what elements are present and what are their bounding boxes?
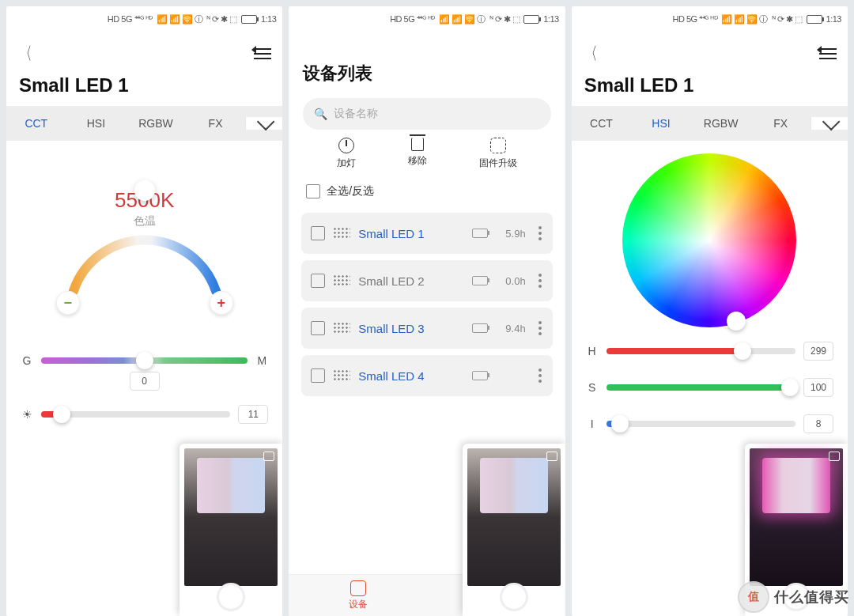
- tab-cct[interactable]: CCT: [6, 117, 66, 130]
- cct-arc-slider[interactable]: 5500K 色温 − +: [34, 188, 255, 331]
- gm-slider[interactable]: [41, 357, 248, 364]
- cct-minus-button[interactable]: −: [56, 291, 80, 315]
- brightness-slider[interactable]: [41, 411, 230, 418]
- bulb-icon: [338, 138, 354, 153]
- sat-knob[interactable]: [781, 379, 799, 396]
- sat-slider[interactable]: [606, 384, 795, 391]
- back-button[interactable]: 〈: [20, 42, 32, 66]
- add-light-button[interactable]: 加灯: [337, 138, 356, 170]
- camera-icon: [263, 452, 274, 461]
- nav-devices[interactable]: 设备: [289, 575, 427, 616]
- device-hours: 5.9h: [496, 228, 526, 240]
- camera-preview[interactable]: [463, 444, 565, 616]
- brightness-icon: ☀: [21, 408, 33, 421]
- device-name: Small LED 3: [358, 322, 463, 335]
- phone-cct: HD 5G ⁴⁴ᴳ ᴴᴰ 📶 📶 🛜 ⓘ ᴺ ⟳ ✱ ⬚ 1:13 〈 Smal…: [6, 6, 282, 616]
- tab-rgbw[interactable]: RGBW: [126, 117, 186, 130]
- gear-icon: [490, 138, 506, 153]
- shutter-button[interactable]: [500, 583, 528, 611]
- battery-icon: [472, 276, 488, 285]
- device-checkbox[interactable]: [311, 321, 325, 335]
- phone-hsi: HD 5G ⁴⁴ᴳ ᴴᴰ 📶 📶 🛜 ⓘ ᴺ ⟳ ✱ ⬚ 1:13 〈 Smal…: [572, 6, 848, 616]
- select-all-row[interactable]: 全选/反选: [289, 176, 565, 206]
- device-checkbox[interactable]: [311, 368, 325, 383]
- tab-cct[interactable]: CCT: [572, 117, 632, 130]
- color-wheel[interactable]: [622, 153, 796, 327]
- page-title: Small LED 1: [572, 71, 848, 106]
- search-placeholder: 设备名称: [334, 107, 378, 121]
- status-bar: HD 5G ⁴⁴ᴳ ᴴᴰ 📶 📶 🛜 ⓘ ᴺ ⟳ ✱ ⬚ 1:13: [6, 6, 282, 30]
- h-value: 299: [803, 342, 833, 361]
- tab-hsi[interactable]: HSI: [66, 117, 127, 130]
- i-label: I: [586, 418, 599, 430]
- watermark: 值 什么值得买: [738, 581, 849, 613]
- wheel-knob[interactable]: [727, 312, 746, 331]
- device-row[interactable]: Small LED 20.0h: [301, 260, 552, 301]
- search-input[interactable]: 🔍 设备名称: [303, 98, 550, 130]
- int-slider[interactable]: [606, 421, 795, 427]
- device-hours: 0.0h: [496, 275, 526, 287]
- led-grid-icon: [333, 227, 350, 240]
- hue-knob[interactable]: [734, 342, 751, 360]
- device-row[interactable]: Small LED 15.9h: [301, 213, 552, 254]
- watermark-badge: 值: [738, 581, 769, 613]
- gm-knob[interactable]: [136, 352, 153, 369]
- page-title: 设备列表: [289, 30, 565, 98]
- gm-value: 0: [130, 372, 160, 391]
- hue-slider[interactable]: [606, 348, 795, 354]
- preview-image: [750, 448, 843, 586]
- chevron-down-icon: [822, 113, 841, 131]
- status-network: HD 5G ⁴⁴ᴳ ᴴᴰ: [108, 14, 153, 25]
- trash-icon: [411, 138, 424, 151]
- remove-button[interactable]: 移除: [408, 138, 427, 170]
- preview-image: [184, 448, 278, 586]
- battery-icon: [807, 15, 822, 24]
- tab-fx[interactable]: FX: [750, 117, 811, 130]
- device-checkbox[interactable]: [311, 274, 325, 288]
- camera-icon: [829, 452, 840, 461]
- device-more-button[interactable]: [534, 274, 546, 288]
- int-knob[interactable]: [611, 415, 629, 433]
- device-more-button[interactable]: [534, 368, 546, 383]
- camera-preview[interactable]: [179, 444, 282, 616]
- device-more-button[interactable]: [534, 226, 546, 240]
- device-row[interactable]: Small LED 39.4h: [301, 308, 552, 349]
- chevron-down-icon: [257, 113, 275, 131]
- tab-rgbw[interactable]: RGBW: [691, 117, 751, 130]
- battery-icon: [523, 15, 539, 24]
- tab-more[interactable]: [245, 117, 282, 130]
- battery-icon: [472, 323, 488, 333]
- led-grid-icon: [333, 369, 350, 382]
- battery-icon: [472, 229, 488, 238]
- arc-gradient: [50, 188, 240, 307]
- cct-plus-button[interactable]: +: [210, 291, 233, 315]
- device-checkbox[interactable]: [311, 226, 325, 240]
- shutter-button[interactable]: [217, 583, 245, 611]
- brightness-value: 11: [238, 405, 268, 424]
- led-grid-icon: [333, 274, 350, 287]
- device-more-button[interactable]: [534, 321, 546, 335]
- phone-devices: HD 5G ⁴⁴ᴳ ᴴᴰ 📶 📶 🛜 ⓘ ᴺ ⟳ ✱ ⬚ 1:13 设备列表 🔍…: [289, 6, 565, 616]
- arc-knob[interactable]: [134, 180, 155, 201]
- device-row[interactable]: Small LED 4: [301, 355, 552, 396]
- status-time: 1:13: [261, 14, 276, 24]
- tab-hsi[interactable]: HSI: [631, 117, 691, 130]
- battery-icon: [472, 371, 488, 380]
- watermark-text: 什么值得买: [774, 588, 849, 607]
- tab-fx[interactable]: FX: [186, 117, 246, 130]
- brightness-knob[interactable]: [53, 406, 70, 423]
- list-toggle-icon[interactable]: [254, 47, 271, 61]
- device-icon: [350, 580, 366, 596]
- battery-icon: [241, 15, 257, 24]
- gm-right-label: M: [255, 354, 268, 367]
- s-value: 100: [803, 378, 833, 397]
- device-hours: 9.4h: [496, 323, 526, 334]
- preview-image: [467, 448, 561, 586]
- firmware-button[interactable]: 固件升级: [479, 138, 517, 170]
- gm-left-label: G: [21, 354, 33, 367]
- tab-more[interactable]: [811, 117, 848, 130]
- list-toggle-icon[interactable]: [819, 47, 837, 61]
- device-name: Small LED 4: [358, 369, 463, 383]
- back-button[interactable]: 〈: [585, 42, 597, 66]
- select-all-checkbox[interactable]: [306, 184, 320, 198]
